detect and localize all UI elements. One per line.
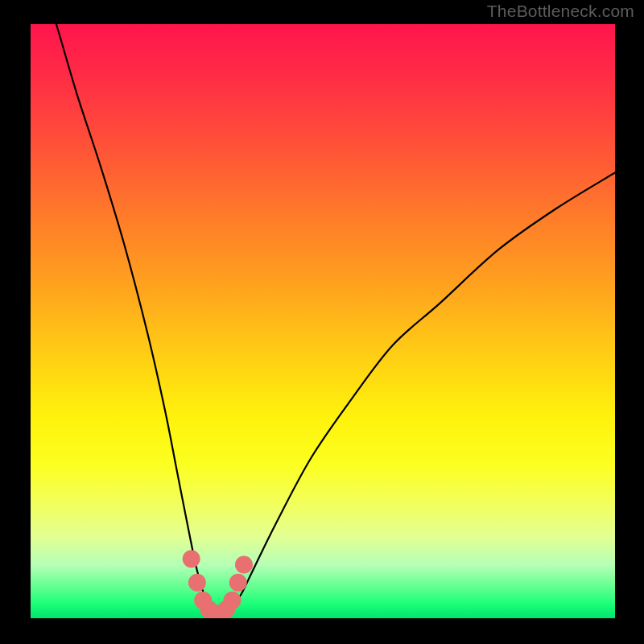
curve-marker [223, 592, 241, 609]
marker-cluster [183, 550, 253, 618]
watermark-text: TheBottleneck.com [487, 2, 634, 21]
chart-frame: TheBottleneck.com [0, 0, 644, 644]
plot-area [31, 24, 615, 618]
bottleneck-curve-svg [31, 24, 615, 618]
curve-marker [229, 574, 247, 592]
curve-marker [188, 574, 206, 592]
bottleneck-curve [31, 24, 615, 618]
curve-marker [183, 550, 200, 568]
curve-marker [235, 556, 253, 574]
